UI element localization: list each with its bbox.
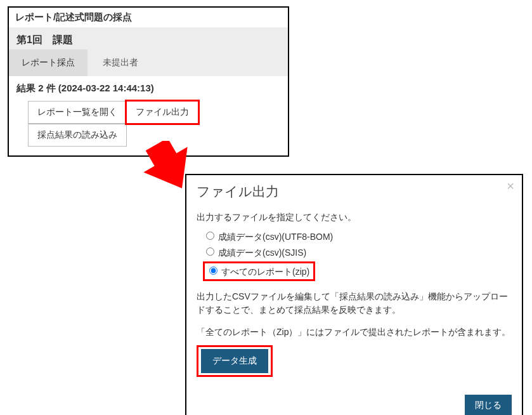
assignment-title: 第1回 課題: [9, 27, 288, 49]
radio-option-utf8[interactable]: 成績データ(csv)(UTF8-BOM): [197, 230, 512, 243]
radio-sjis-input[interactable]: [206, 247, 214, 256]
modal-note-csv: 出力したCSVファイルを編集して「採点結果の読み込み」機能からアップロードするこ…: [197, 290, 512, 317]
radio-sjis-label: 成績データ(csv)(SJIS): [218, 247, 306, 258]
tab-unsubmitted[interactable]: 未提出者: [90, 49, 151, 76]
modal-note-zip: 「全てのレポート（Zip）」にはファイルで提出されたレポートが含まれます。: [197, 326, 512, 339]
file-output-modal: × ファイル出力 出力するファイルを指定してください。 成績データ(csv)(U…: [185, 174, 523, 415]
radio-option-sjis[interactable]: 成績データ(csv)(SJIS): [197, 246, 512, 259]
tab-report-grading[interactable]: レポート採点: [9, 49, 88, 76]
generate-data-button[interactable]: データ生成: [201, 349, 268, 373]
action-buttons: レポート一覧を開くファイル出力採点結果の読み込み: [9, 97, 288, 155]
radio-utf8-input[interactable]: [206, 232, 214, 240]
file-output-button[interactable]: ファイル出力: [126, 101, 198, 124]
generate-wrapper: データ生成: [197, 345, 512, 377]
import-results-button[interactable]: 採点結果の読み込み: [28, 124, 127, 147]
close-button[interactable]: 閉じる: [465, 395, 512, 415]
tabs: レポート採点 未提出者: [9, 49, 288, 76]
modal-footer: 閉じる: [197, 395, 512, 415]
radio-zip-input[interactable]: [209, 267, 217, 275]
modal-description: 出力するファイルを指定してください。: [197, 212, 512, 223]
close-icon[interactable]: ×: [507, 179, 514, 194]
grading-panel: レポート/記述式問題の採点 第1回 課題 レポート採点 未提出者 結果 2 件 …: [8, 6, 289, 157]
modal-title: ファイル出力: [197, 183, 512, 201]
open-report-list-button[interactable]: レポート一覧を開く: [28, 101, 127, 124]
panel-heading: レポート/記述式問題の採点: [9, 8, 288, 27]
radio-option-zip[interactable]: すべてのレポート(zip): [197, 261, 512, 281]
radio-utf8-label: 成績データ(csv)(UTF8-BOM): [218, 232, 333, 242]
radio-zip-label: すべてのレポート(zip): [221, 267, 309, 277]
results-summary: 結果 2 件 (2024-03-22 14:44:13): [9, 76, 288, 97]
